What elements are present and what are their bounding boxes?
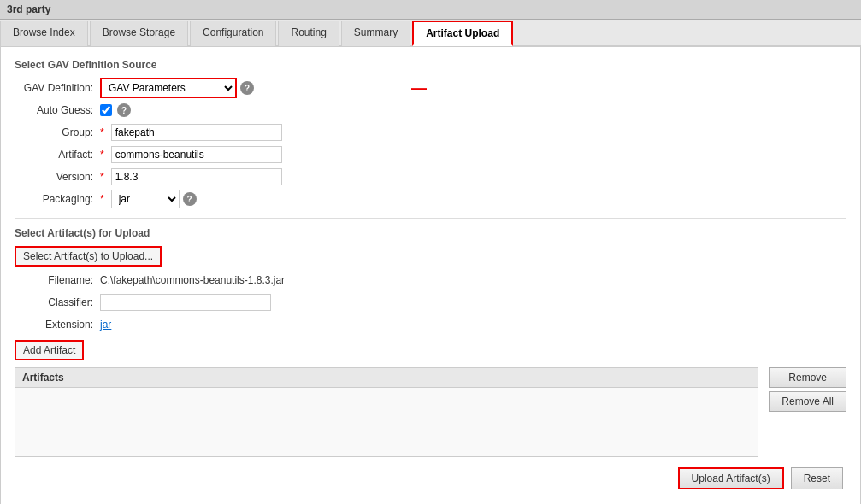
extension-value: jar (100, 319, 111, 331)
filename-label: Filename: (15, 274, 100, 286)
packaging-info-icon[interactable]: ? (183, 192, 197, 206)
auto-guess-value: ? (100, 103, 846, 117)
window-title: 3rd party (0, 0, 861, 20)
artifact-action-buttons: Remove Remove All (769, 367, 846, 457)
tab-configuration[interactable]: Configuration (190, 21, 276, 46)
packaging-required-star: * (100, 193, 104, 205)
upload-artifacts-button[interactable]: Upload Artifact(s) (678, 467, 784, 489)
version-input[interactable] (111, 168, 282, 185)
tab-routing[interactable]: Routing (278, 21, 339, 46)
artifact-required-star: * (100, 149, 104, 161)
gav-definition-info-icon[interactable]: ? (240, 81, 254, 95)
remove-button[interactable]: Remove (769, 367, 846, 388)
minus-button[interactable]: — (411, 79, 427, 97)
version-value: * (100, 168, 846, 185)
extension-row: Extension: jar (15, 314, 846, 335)
packaging-value: * jar war pom ear zip ? (100, 190, 846, 208)
packaging-row: Packaging: * jar war pom ear zip ? (15, 189, 846, 209)
artifact-value: * (100, 146, 846, 163)
artifact-input[interactable] (111, 146, 282, 163)
auto-guess-label: Auto Guess: (15, 104, 100, 116)
gav-definition-row: GAV Definition: GAV Parameters POM File … (15, 78, 846, 98)
gav-definition-value: GAV Parameters POM File ? — (100, 78, 846, 98)
filename-value: C:\fakepath\commons-beanutils-1.8.3.jar (100, 274, 285, 286)
extension-value-container: jar (100, 319, 846, 331)
filename-value-container: C:\fakepath\commons-beanutils-1.8.3.jar (100, 274, 846, 286)
classifier-row: Classifier: (15, 292, 846, 313)
reset-button[interactable]: Reset (791, 467, 843, 489)
group-value: * (100, 124, 846, 141)
auto-guess-checkbox[interactable] (100, 104, 112, 116)
extension-label: Extension: (15, 319, 100, 331)
group-input[interactable] (111, 124, 282, 141)
artifacts-table: Artifacts (15, 367, 758, 457)
group-required-star: * (100, 126, 104, 138)
upload-section-title: Select Artifact(s) for Upload (15, 227, 846, 239)
add-artifact-button[interactable]: Add Artifact (15, 340, 84, 360)
tab-summary[interactable]: Summary (341, 21, 410, 46)
classifier-input[interactable] (100, 294, 271, 311)
tab-bar: Browse Index Browse Storage Configuratio… (0, 20, 861, 47)
section-divider (15, 218, 846, 219)
add-artifact-row: Add Artifact (15, 337, 846, 360)
auto-guess-row: Auto Guess: ? (15, 100, 846, 120)
classifier-label: Classifier: (15, 296, 100, 308)
version-row: Version: * (15, 167, 846, 187)
remove-all-button[interactable]: Remove All (769, 391, 846, 412)
main-content: Select GAV Definition Source GAV Definit… (0, 47, 861, 504)
version-label: Version: (15, 171, 100, 183)
artifact-label: Artifact: (15, 149, 100, 161)
gav-definition-label: GAV Definition: (15, 82, 100, 94)
select-artifacts-row: Select Artifact(s) to Upload... (15, 246, 846, 267)
packaging-label: Packaging: (15, 193, 100, 205)
gav-section-title: Select GAV Definition Source (15, 59, 846, 71)
packaging-select[interactable]: jar war pom ear zip (111, 190, 180, 208)
bottom-buttons: Upload Artifact(s) Reset (15, 467, 846, 489)
artifacts-table-header: Artifacts (15, 368, 758, 388)
auto-guess-info-icon[interactable]: ? (117, 103, 131, 117)
filename-row: Filename: C:\fakepath\commons-beanutils-… (15, 270, 846, 290)
tab-browse-storage[interactable]: Browse Storage (90, 21, 188, 46)
select-artifacts-button[interactable]: Select Artifact(s) to Upload... (15, 246, 162, 267)
gav-definition-select[interactable]: GAV Parameters POM File (100, 78, 237, 98)
group-row: Group: * (15, 122, 846, 143)
artifacts-table-body (15, 388, 758, 456)
group-label: Group: (15, 126, 100, 138)
tab-browse-index[interactable]: Browse Index (0, 21, 88, 46)
artifact-row: Artifact: * (15, 144, 846, 165)
classifier-value-container (100, 294, 846, 311)
tab-artifact-upload[interactable]: Artifact Upload (412, 21, 513, 46)
auto-guess-controls: ? (100, 103, 131, 117)
artifacts-section: Artifacts Remove Remove All (15, 367, 846, 457)
version-required-star: * (100, 171, 104, 183)
